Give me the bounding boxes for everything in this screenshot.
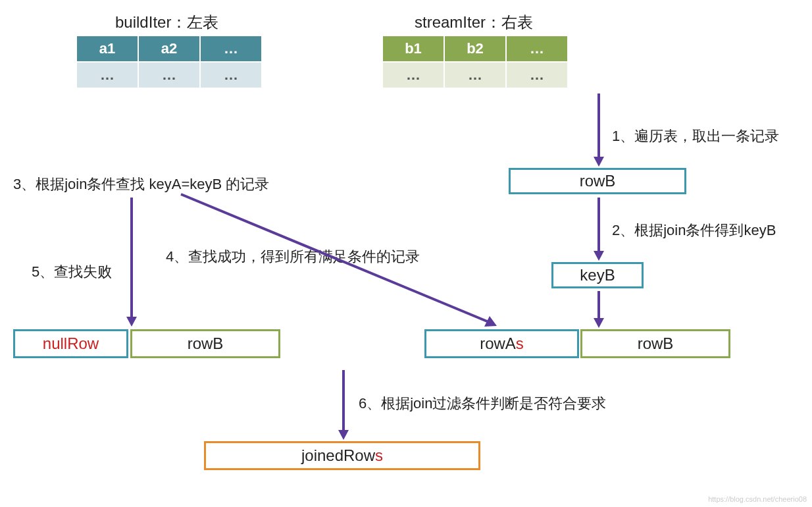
rowb-right-box: rowB [580,329,730,358]
right-hdr-1: b2 [444,36,506,62]
svg-marker-9 [594,318,604,328]
left-body-1: … [138,62,200,88]
rowas-pre: rowA [480,334,516,353]
arrow-1 [589,92,609,168]
rowb-left-box: rowB [130,329,280,358]
rowb-top-box: rowB [509,168,686,194]
right-body-1: … [444,62,506,88]
svg-marker-1 [594,157,604,167]
joinedrows-pre: joinedRow [301,446,375,465]
arrow-keyb-down [589,290,609,329]
joinedrows-suf: s [375,446,383,465]
nullrow-box: nullRow [13,329,128,358]
nullrow-text: nullRow [43,334,99,353]
svg-marker-5 [126,317,137,327]
left-hdr-1: a2 [138,36,200,62]
step5-label: 5、查找失败 [32,262,112,282]
svg-line-6 [181,194,490,323]
left-table-title: buildIter：左表 [115,12,218,33]
arrow-6 [334,369,353,441]
rowas-suf: s [516,334,524,353]
watermark: https://blog.csdn.net/cheerio08 [708,495,807,503]
rowas-box: rowAs [424,329,579,358]
step2-label: 2、根据join条件得到keyB [612,221,776,240]
right-table-title: streamIter：右表 [415,12,533,33]
right-hdr-0: b1 [382,36,444,62]
arrow-4 [178,191,507,336]
step1-label: 1、遍历表，取出一条记录 [612,126,779,146]
right-body-0: … [382,62,444,88]
left-table: a1 a2 … … … … [76,36,262,88]
left-body-2: … [200,62,262,88]
step6-label: 6、根据join过滤条件判断是否符合要求 [359,394,606,414]
joinedrows-box: joinedRows [204,441,480,470]
arrow-5 [122,196,141,328]
left-hdr-2: … [200,36,262,62]
left-hdr-0: a1 [76,36,138,62]
right-hdr-2: … [506,36,568,62]
svg-marker-3 [594,251,604,261]
left-body-0: … [76,62,138,88]
svg-marker-11 [338,430,349,440]
right-body-2: … [506,62,568,88]
keyb-box: keyB [551,262,644,288]
arrow-2 [589,196,609,262]
right-table: b1 b2 … … … … [382,36,568,88]
